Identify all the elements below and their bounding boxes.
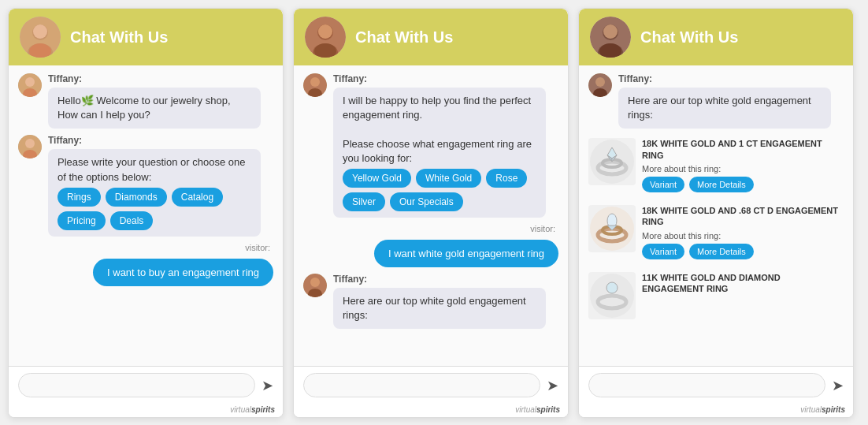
agent-avatar-small-3 [303,73,327,97]
product-info-3: 11K WHITE GOLD AND DIAMOND ENGAGEMENT RI… [642,272,844,298]
visitor-bubble-1: I want to buy an engagement ring [93,259,273,286]
product-image-2 [588,205,636,252]
product-variant-btn-1[interactable]: Variant [642,177,684,192]
avatar-2 [305,17,346,58]
svg-point-25 [603,24,618,39]
svg-point-20 [310,278,320,287]
product-more-2: More about this ring: [642,231,844,240]
agent-message-5: Tiffany: Here are our top white gold eng… [588,73,844,129]
product-card-2: 18K WHITE GOLD AND .68 CT D ENGAGEMENT R… [588,205,844,259]
agent-bubble-1: Hello🌿 Welcome to our jewelry shop, How … [48,88,261,129]
product-variant-btn-2[interactable]: Variant [642,244,684,259]
agent-bubble-4: Here are our top white gold engagement r… [333,288,546,329]
agent-message-3: Tiffany: I will be happy to help you fin… [303,73,558,218]
chat-header-1: Chat With Us [9,9,283,65]
qr-silver[interactable]: Silver [343,192,385,211]
chat-footer-1: ➤ [9,366,283,404]
product-image-3 [588,272,636,319]
powered-by-1: virtualspirits [9,404,283,417]
quick-replies-1: Rings Diamonds Catalog Pricing Deals [57,188,251,230]
agent-text-block-2: Tiffany: Please write your question or c… [48,135,261,236]
agent-bubble-5: Here are our top white gold engagement r… [618,88,831,129]
svg-point-14 [318,24,332,39]
product-image-1 [588,138,636,185]
header-title-1: Chat With Us [70,28,168,47]
agent-avatar-small-5 [588,73,612,97]
product-info-2: 18K WHITE GOLD AND .68 CT D ENGAGEMENT R… [642,205,844,259]
product-card-1: 18K WHITE GOLD AND 1 CT ENGAGEMENT RING … [588,138,844,192]
product-name-3: 11K WHITE GOLD AND DIAMOND ENGAGEMENT RI… [642,272,844,295]
agent-avatar-small-1 [18,73,42,97]
send-button-1[interactable]: ➤ [262,377,273,394]
chat-widget-1: Chat With Us Tiffany: Hello🌿 Welcome to … [8,8,284,418]
chat-header-3: Chat With Us [579,9,853,65]
product-btns-1: Variant More Details [642,177,844,192]
chat-input-1[interactable] [18,373,255,397]
qr-pricing[interactable]: Pricing [57,211,106,230]
svg-point-43 [606,282,618,293]
send-button-3[interactable]: ➤ [832,377,844,394]
chat-body-1: Tiffany: Hello🌿 Welcome to our jewelry s… [9,65,283,366]
powered-by-2: virtualspirits [294,404,568,417]
qr-catalog[interactable]: Catalog [172,188,223,207]
chat-body-2: Tiffany: I will be happy to help you fin… [294,65,568,366]
product-btns-2: Variant More Details [642,244,844,259]
chat-widget-2: Chat With Us Tiffany: I will be happy to… [293,8,569,418]
chat-input-2[interactable] [303,373,540,397]
visitor-bubble-2: I want white gold engagement ring [374,240,558,267]
agent-text-block-4: Tiffany: Here are our top white gold eng… [333,274,546,329]
visitor-label-1: visitor: [18,243,270,252]
product-more-1: More about this ring: [642,164,844,173]
product-details-btn-2[interactable]: More Details [689,244,754,259]
avatar-3 [590,17,631,58]
agent-name-2: Tiffany: [48,135,261,146]
product-name-1: 18K WHITE GOLD AND 1 CT ENGAGEMENT RING [642,138,844,161]
qr-our-specials[interactable]: Our Specials [390,192,463,211]
qr-diamonds[interactable]: Diamonds [106,188,167,207]
product-info-1: 18K WHITE GOLD AND 1 CT ENGAGEMENT RING … [642,138,844,192]
agent-avatar-small-2 [18,135,42,158]
agent-bubble-3: I will be happy to help you find the per… [333,88,546,218]
agent-avatar-small-4 [303,274,327,297]
agent-name-5: Tiffany: [618,73,831,84]
powered-by-3: virtualspirits [579,404,853,417]
agent-name-3: Tiffany: [333,73,546,84]
agent-text-block-5: Tiffany: Here are our top white gold eng… [618,73,831,129]
header-title-3: Chat With Us [640,28,738,47]
chat-footer-2: ➤ [294,366,568,404]
svg-point-6 [25,77,35,87]
visitor-label-2: visitor: [303,224,555,233]
qr-deals[interactable]: Deals [110,211,154,230]
product-details-btn-1[interactable]: More Details [689,177,754,192]
chat-footer-3: ➤ [579,366,853,404]
agent-message-1: Tiffany: Hello🌿 Welcome to our jewelry s… [18,73,273,129]
avatar-1 [20,17,61,58]
chat-body-3: Tiffany: Here are our top white gold eng… [579,65,853,366]
svg-point-3 [33,24,47,39]
product-name-2: 18K WHITE GOLD AND .68 CT D ENGAGEMENT R… [642,205,844,228]
agent-name-4: Tiffany: [333,274,546,285]
chat-header-2: Chat With Us [294,9,568,65]
agent-name-1: Tiffany: [48,73,261,84]
qr-yellow-gold[interactable]: Yellow Gold [343,169,411,188]
agent-bubble-2: Please write your question or choose one… [48,149,261,236]
qr-rose[interactable]: Rose [486,169,527,188]
agent-text-block-1: Tiffany: Hello🌿 Welcome to our jewelry s… [48,73,261,129]
chat-input-3[interactable] [588,373,825,397]
product-card-3: 11K WHITE GOLD AND DIAMOND ENGAGEMENT RI… [588,272,844,319]
svg-point-9 [25,139,35,148]
svg-point-17 [310,77,320,87]
agent-message-4: Tiffany: Here are our top white gold eng… [303,274,558,329]
send-button-2[interactable]: ➤ [547,377,558,394]
agent-message-2: Tiffany: Please write your question or c… [18,135,273,236]
chat-widget-3: Chat With Us Tiffany: Here are our top w… [578,8,854,418]
quick-replies-2: Yellow Gold White Gold Rose Silver Our S… [343,169,536,211]
qr-rings[interactable]: Rings [57,188,101,207]
svg-point-28 [595,77,605,87]
header-title-2: Chat With Us [355,28,453,47]
qr-white-gold[interactable]: White Gold [416,169,481,188]
agent-text-block-3: Tiffany: I will be happy to help you fin… [333,73,546,218]
